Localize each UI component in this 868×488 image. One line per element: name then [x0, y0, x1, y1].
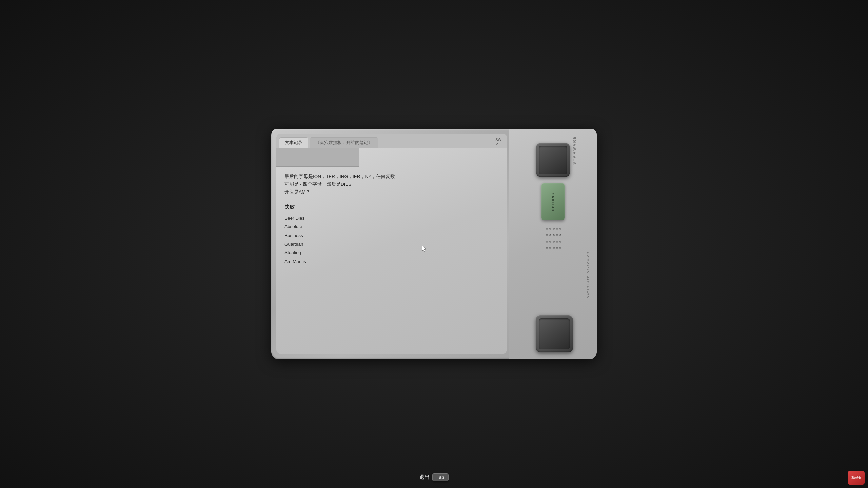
watermark-text: 系统分分 — [851, 476, 861, 479]
speaker-grille — [545, 226, 561, 253]
speaker-dot — [553, 241, 555, 243]
tab-sub-highlight — [276, 148, 359, 167]
options-button[interactable]: OPTIONS — [541, 183, 565, 220]
speaker-dot — [559, 241, 561, 243]
options-label: OPTIONS — [551, 192, 555, 211]
speaker-dot — [559, 228, 561, 230]
list-item: Absolute — [284, 222, 499, 231]
sw-version: SW 2.1 — [493, 136, 504, 148]
speaker-dot — [553, 247, 555, 249]
list-item: Business — [284, 231, 499, 240]
tab-dataslate[interactable]: 《巢穴数据板：列维的笔记》 — [310, 137, 378, 148]
speaker-dot — [556, 234, 558, 236]
list-item: Guardian — [284, 240, 499, 249]
device-model: DATASLATE DS-2CV-C3 — [587, 251, 590, 298]
tab-key-badge[interactable]: Tab — [432, 473, 449, 481]
speaker-dot — [559, 247, 561, 249]
bottom-button[interactable] — [536, 315, 573, 352]
content-area: 最后的字母是ION，TER，ING，IER，NY，任何复数 可能是 - 四个字母… — [276, 167, 507, 272]
bottom-bar: 退出 Tab — [419, 473, 449, 481]
device-container: 文本记录 《巢穴数据板：列维的笔记》 SW 2.1 最后的字母是ION，TER，… — [271, 119, 597, 363]
screen-panel: 文本记录 《巢穴数据板：列维的笔记》 SW 2.1 最后的字母是ION，TER，… — [276, 134, 507, 354]
tab-text-log[interactable]: 文本记录 — [279, 137, 308, 148]
list-item: Stealing — [284, 248, 499, 257]
speaker-dot — [556, 247, 558, 249]
speaker-dot — [556, 228, 558, 230]
tab-bar: 文本记录 《巢穴数据板：列维的笔记》 SW 2.1 — [276, 134, 507, 148]
list-items: Seer Dies Absolute Business Guardian Ste… — [284, 214, 499, 266]
speaker-dot — [546, 228, 548, 230]
exit-label: 退出 — [419, 474, 430, 481]
speaker-dot — [546, 247, 548, 249]
speaker-dot — [549, 241, 551, 243]
controls-panel: STARWARE OPTIONS — [509, 129, 597, 359]
speaker-dot — [549, 234, 551, 236]
speaker-dot — [546, 234, 548, 236]
section-title: 失败 — [284, 203, 499, 211]
list-item: Am Mantis — [284, 257, 499, 266]
speaker-dot — [549, 247, 551, 249]
top-button[interactable] — [536, 143, 570, 177]
watermark: 系统分分 — [848, 471, 865, 485]
brand-label: STARWARE — [572, 136, 576, 165]
note-text: 最后的字母是ION，TER，ING，IER，NY，任何复数 可能是 - 四个字母… — [284, 173, 499, 196]
speaker-dot — [553, 228, 555, 230]
device-body: 文本记录 《巢穴数据板：列维的笔记》 SW 2.1 最后的字母是ION，TER，… — [271, 129, 597, 359]
speaker-dot — [546, 241, 548, 243]
speaker-dot — [553, 234, 555, 236]
speaker-dot — [549, 228, 551, 230]
list-item: Seer Dies — [284, 214, 499, 223]
speaker-dot — [556, 241, 558, 243]
speaker-dot — [559, 234, 561, 236]
